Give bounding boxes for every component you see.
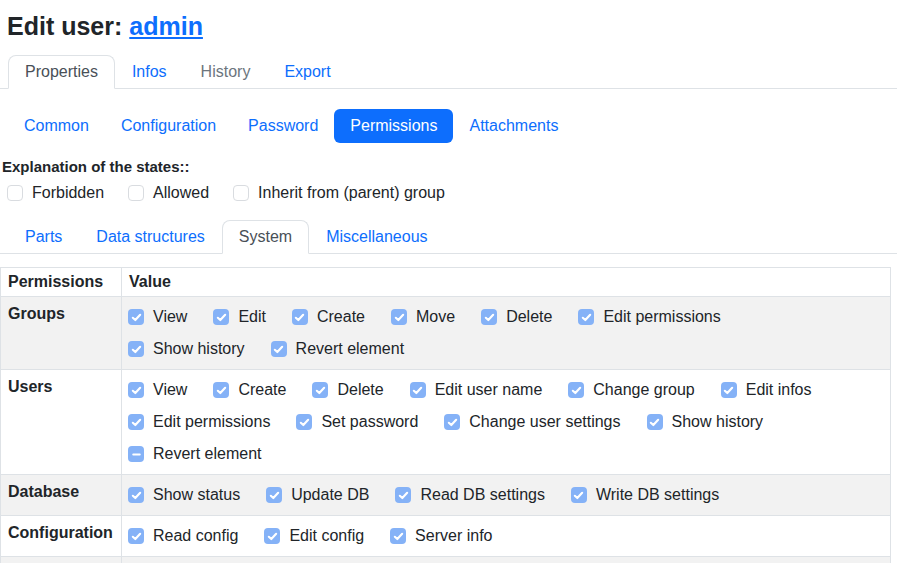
permission-checkbox-item[interactable]: Write DB settings [571, 483, 719, 507]
row-value-cell: Use debug toolsShow logsDelete logs [122, 557, 891, 563]
checkbox-update-db[interactable] [266, 487, 282, 503]
checkbox-edit-infos[interactable] [721, 382, 737, 398]
checkbox-delete[interactable] [312, 382, 328, 398]
tab-infos[interactable]: Infos [115, 55, 184, 89]
state-checkbox-item: Inherit from (parent) group [233, 184, 445, 202]
checkbox-edit-user-name[interactable] [410, 382, 426, 398]
checkbox-edit-config[interactable] [264, 528, 280, 544]
check-icon [484, 312, 495, 323]
checkbox-view[interactable] [128, 309, 144, 325]
checkbox-change-user-settings[interactable] [444, 414, 460, 430]
permission-checkbox-item[interactable]: Update DB [266, 483, 369, 507]
checkbox-server-info[interactable] [390, 528, 406, 544]
table-body: GroupsViewEditCreateMoveDeleteEdit permi… [1, 297, 891, 563]
checkbox-label: Edit infos [746, 381, 812, 399]
checkbox-label: Update DB [291, 486, 369, 504]
tab-properties[interactable]: Properties [8, 55, 115, 89]
row-category: Database [1, 475, 122, 516]
checkbox-inherit-from-parent-group [233, 185, 249, 201]
checkbox-edit-permissions[interactable] [578, 309, 594, 325]
permission-checkbox-item[interactable]: Revert element [271, 337, 405, 361]
permission-checkbox-item[interactable]: Set password [296, 410, 418, 434]
tab-history: History [184, 55, 268, 89]
check-icon [573, 490, 584, 501]
permission-checkbox-item[interactable]: Server info [390, 524, 492, 548]
checkbox-show-history[interactable] [128, 341, 144, 357]
checkbox-edit[interactable] [213, 309, 229, 325]
checkbox-show-history[interactable] [647, 414, 663, 430]
checkbox-delete[interactable] [481, 309, 497, 325]
check-icon [412, 385, 423, 396]
state-checkbox-item: Forbidden [7, 184, 104, 202]
table-row-system: SystemUse debug toolsShow logsDelete log… [1, 557, 891, 563]
pill-common[interactable]: Common [8, 109, 105, 143]
check-icon [216, 312, 227, 323]
checkbox-revert-element[interactable] [128, 446, 144, 462]
permission-checkbox-item[interactable]: Edit permissions [578, 305, 720, 329]
row-value-cell: Read configEdit configServer info [122, 516, 891, 557]
permission-checkbox-item[interactable]: Show status [128, 483, 240, 507]
checkbox-label: Read DB settings [420, 486, 545, 504]
permission-checkbox-item[interactable]: Show history [128, 337, 245, 361]
pill-permissions[interactable]: Permissions [334, 109, 453, 143]
tab-data-structures[interactable]: Data structures [79, 220, 221, 254]
pill-password[interactable]: Password [232, 109, 334, 143]
row-value-cell: ViewEditCreateMoveDeleteEdit permissions… [122, 297, 891, 370]
tab-parts[interactable]: Parts [8, 220, 79, 254]
tab-export[interactable]: Export [267, 55, 347, 89]
page-title: Edit user: admin [7, 12, 906, 41]
permission-checkbox-item[interactable]: Delete [312, 378, 383, 402]
pill-configuration[interactable]: Configuration [105, 109, 232, 143]
checkbox-write-db-settings[interactable] [571, 487, 587, 503]
checkbox-label: Delete [506, 308, 552, 326]
checkbox-show-status[interactable] [128, 487, 144, 503]
permission-checkbox-item[interactable]: Edit permissions [128, 410, 270, 434]
check-icon [723, 385, 734, 396]
tab-system[interactable]: System [222, 220, 309, 254]
check-icon [131, 312, 142, 323]
permission-checkbox-item[interactable]: View [128, 378, 187, 402]
checkbox-revert-element[interactable] [271, 341, 287, 357]
checkbox-change-group[interactable] [568, 382, 584, 398]
tab-miscellaneous[interactable]: Miscellaneous [309, 220, 444, 254]
admin-user-link[interactable]: admin [129, 12, 203, 41]
permission-checkbox-item[interactable]: Revert element [128, 442, 262, 466]
permission-checkbox-item[interactable]: Show history [647, 410, 764, 434]
permission-checkbox-item[interactable]: Change group [568, 378, 694, 402]
permission-checkbox-item[interactable]: Delete [481, 305, 552, 329]
check-icon [393, 531, 404, 542]
permission-checkbox-item[interactable]: Edit [213, 305, 266, 329]
row-value-cell: Show statusUpdate DBRead DB settingsWrit… [122, 475, 891, 516]
checkbox-create[interactable] [292, 309, 308, 325]
checkbox-read-db-settings[interactable] [395, 487, 411, 503]
permission-checkbox-item[interactable]: Create [213, 378, 286, 402]
permission-checkbox-item[interactable]: Move [391, 305, 455, 329]
checkbox-set-password[interactable] [296, 414, 312, 430]
table-row-configuration: ConfigurationRead configEdit configServe… [1, 516, 891, 557]
checkbox-create[interactable] [213, 382, 229, 398]
checkbox-view[interactable] [128, 382, 144, 398]
permission-checkbox-item[interactable]: Edit config [264, 524, 364, 548]
checkbox-label: Edit permissions [603, 308, 720, 326]
check-icon [131, 385, 142, 396]
check-icon [299, 417, 310, 428]
checkbox-read-config[interactable] [128, 528, 144, 544]
check-icon [581, 312, 592, 323]
permission-checkbox-item[interactable]: Read config [128, 524, 238, 548]
check-icon [267, 531, 278, 542]
states-legend-heading: Explanation of the states:: [2, 158, 906, 175]
permission-checkbox-item[interactable]: Change user settings [444, 410, 620, 434]
permission-checkbox-item[interactable]: Edit infos [721, 378, 812, 402]
checkbox-edit-permissions[interactable] [128, 414, 144, 430]
checkbox-label: Inherit from (parent) group [258, 184, 445, 202]
checkbox-label: Change user settings [469, 413, 620, 431]
checkbox-move[interactable] [391, 309, 407, 325]
checkbox-label: Write DB settings [596, 486, 719, 504]
pill-attachments[interactable]: Attachments [453, 109, 574, 143]
permission-checkbox-item[interactable]: Create [292, 305, 365, 329]
checkbox-label: Edit [238, 308, 266, 326]
permission-checkbox-item[interactable]: View [128, 305, 187, 329]
permission-checkbox-item[interactable]: Edit user name [410, 378, 543, 402]
dash-icon [131, 449, 142, 460]
permission-checkbox-item[interactable]: Read DB settings [395, 483, 545, 507]
